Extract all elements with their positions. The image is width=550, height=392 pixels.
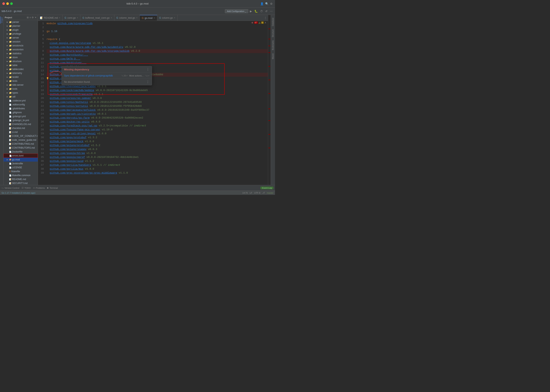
close-button[interactable] xyxy=(2,2,5,5)
search-icon[interactable]: 🔍 xyxy=(265,2,269,5)
sidebar-item-ci[interactable]: ▶ 📝 ci.md xyxy=(4,130,38,134)
right-tab-maven[interactable]: Maven xyxy=(272,52,274,60)
version-control-tab[interactable]: ↑↓ Version Control xyxy=(2,187,19,189)
sidebar-item-makefile-common[interactable]: ▶ 📄 Makefile.common xyxy=(4,173,38,177)
sidebar-item-checklist[interactable]: ▶ 📝 checklist.md xyxy=(4,126,38,130)
sidebar-close-icon[interactable]: ✕ xyxy=(35,16,36,19)
sidebar-item-codecov[interactable]: ▶ 📄 .codecov.yml xyxy=(4,99,38,103)
go-version-label[interactable]: Go 1.17.7 Installed (3 minutes ago) xyxy=(2,192,35,194)
profile-button[interactable]: ⏱ xyxy=(259,9,264,13)
sidebar-item-golangci-br[interactable]: ▶ 📄 .golangci_br.yml xyxy=(4,118,38,122)
right-tab-database[interactable]: Database xyxy=(272,16,274,27)
sidebar-item-types[interactable]: ▶ 📁 types xyxy=(4,91,38,95)
tab-close-button[interactable]: ✕ xyxy=(174,17,175,19)
sidebar-item-tests[interactable]: ▶ 📁 tests xyxy=(4,79,38,83)
encoding-indicator[interactable]: UTF-8 xyxy=(254,192,260,194)
sidebar-item-jenkinsfile[interactable]: ▶ 📄 Jenkinsfile xyxy=(4,161,38,166)
left-strip-project[interactable]: Project xyxy=(0,16,3,24)
sidebar-item-tools[interactable]: ▶ 📁 tools xyxy=(4,87,38,91)
window-controls[interactable] xyxy=(2,2,13,5)
popup-sync-link[interactable]: Sync dependencies of github.com/pingcap/… xyxy=(64,74,113,77)
tab-buffered-read-conn[interactable]: G buffered_read_conn.go ✕ xyxy=(80,15,114,21)
sidebar-item-util[interactable]: ▶ 📁 util xyxy=(4,95,38,99)
sidebar-item-go-mod[interactable]: ▶ 📦 go.mod xyxy=(4,158,38,161)
sidebar-item-errors-toml[interactable]: ▶ 📄 errors.toml xyxy=(4,154,38,158)
tab-close-button[interactable]: ✕ xyxy=(59,17,60,19)
line-col-indicator[interactable]: 14:70 xyxy=(242,192,248,194)
popup-no-doc-options-icon[interactable]: ⋮ xyxy=(146,80,149,84)
event-log-button[interactable]: Event Log xyxy=(260,187,273,189)
sidebar-item-tablecodec[interactable]: ▶ 📁 tablecodec xyxy=(4,67,38,71)
sidebar-item-security[interactable]: ▶ 📝 SECURITY.md xyxy=(4,181,38,185)
maximize-button[interactable] xyxy=(10,2,13,5)
tab-conn-go[interactable]: G conn.go ✕ xyxy=(63,15,80,21)
tab-column-go[interactable]: G column.go ✕ xyxy=(157,15,178,21)
sidebar-item-plugin[interactable]: ▶ 📁 plugin xyxy=(4,28,38,32)
debug-button[interactable]: 🐛 xyxy=(254,9,258,13)
sidebar-expand-icon[interactable]: ⊞ xyxy=(27,16,29,19)
tab-close-button[interactable]: ✕ xyxy=(111,17,112,19)
code-editor[interactable]: ⊗ 87 △ 6 ∧ 1 2 3 4 5 6 7 8 9 10 xyxy=(38,21,268,185)
tab-close-button[interactable]: ✕ xyxy=(136,17,138,19)
settings-icon[interactable]: ⚙ xyxy=(270,2,273,5)
popup-more-actions-link[interactable]: More actions... xyxy=(129,75,144,77)
popup-more-options-icon[interactable]: ⋮ xyxy=(146,68,149,71)
sidebar-item-readme[interactable]: ▶ 📝 README.md xyxy=(4,177,38,181)
sidebar-item-code-review[interactable]: ▶ 📝 code_review_guide.md xyxy=(4,138,38,142)
sidebar-item-gitattributes[interactable]: ▶ 📄 .gitattributes xyxy=(4,106,38,111)
collapse-button[interactable]: ∧ xyxy=(265,21,266,24)
sidebar-controls[interactable]: ⊞ ≡ ⚙ ✕ xyxy=(27,16,36,19)
sidebar-item-makefile[interactable]: ▶ M Makefile xyxy=(4,169,38,173)
user-icon[interactable]: 👤 xyxy=(260,2,264,5)
todo-tab[interactable]: ☑ TODO xyxy=(22,187,31,189)
sidebar-item-privilege[interactable]: ▶ 📁 privilege xyxy=(4,32,38,36)
more-button[interactable]: ⋯ xyxy=(269,9,273,13)
run-button[interactable]: ▶ xyxy=(249,9,253,13)
sidebar-item-code-of-conduct[interactable]: ▶ 📝 CODE_OF_CONDUCT.md xyxy=(4,134,38,138)
sidebar-item-label: Jenkinsfile xyxy=(12,162,23,165)
sidebar-item-sessiontxn[interactable]: ▶ 📁 sessiontxn xyxy=(4,48,38,51)
breadcrumb-file[interactable]: go.mod xyxy=(14,10,22,13)
problems-tab[interactable]: ⚠ Problems xyxy=(33,187,45,189)
sidebar-item-testkit[interactable]: ▶ 📁 testkit xyxy=(4,75,38,79)
sidebar-item-golangci[interactable]: ▶ 📄 .golangci.yml xyxy=(4,114,38,118)
sidebar-item-contributors[interactable]: ▶ 📝 CONTRIBUTORS.md xyxy=(4,146,38,150)
tab-close-button[interactable]: ✕ xyxy=(77,17,78,19)
quick-fix-bulb[interactable]: 💡 xyxy=(46,77,49,80)
sidebar-item-license[interactable]: ▶ 📄 LICENSE xyxy=(4,166,38,169)
line-sep-indicator[interactable]: LF xyxy=(250,192,252,194)
sidebar-item-label: CHANGELOG.md xyxy=(12,123,31,126)
tab-go-mod[interactable]: G go.mod ✕ xyxy=(140,15,157,21)
sidebar-item-sessionctx[interactable]: ▶ 📁 sessionctx xyxy=(4,44,38,48)
sidebar-item-store[interactable]: ▶ 📁 store xyxy=(4,56,38,59)
sidebar-item-server[interactable]: ▶ 📁 server xyxy=(4,36,38,40)
file-icon: 📄 xyxy=(9,100,11,102)
sidebar-item-parser[interactable]: ▶ 📁 parser xyxy=(4,20,38,24)
branch-info[interactable]: master xyxy=(267,192,273,194)
minimize-button[interactable] xyxy=(6,2,9,5)
sidebar-item-editorconfig[interactable]: ▶ 📄 .editorconfig xyxy=(4,103,38,106)
tab-readme[interactable]: 📝 README.md ✕ xyxy=(38,15,63,21)
right-tab-structure[interactable]: Structure xyxy=(272,28,274,39)
reload-button[interactable]: ↺ xyxy=(265,9,268,13)
sidebar-item-structure[interactable]: ▶ 📁 structure xyxy=(4,59,38,63)
sidebar-item-planner[interactable]: ▶ 📁 planner xyxy=(4,24,38,28)
sidebar-item-session[interactable]: ▶ 📁 session xyxy=(4,40,38,44)
sidebar-item-gitignore[interactable]: ▶ 📄 .gitignore xyxy=(4,111,38,114)
sidebar-item-contributing[interactable]: ▶ 📝 CONTRIBUTING.md xyxy=(4,142,38,146)
tab-overflow-icon[interactable]: ⋮ xyxy=(264,16,267,20)
tab-column-test[interactable]: G column_test.go ✕ xyxy=(114,15,140,21)
sidebar-settings-icon[interactable]: ⚙ xyxy=(32,16,34,19)
sidebar-item-table[interactable]: ▶ 📁 table xyxy=(4,63,38,67)
sidebar-item-statistics[interactable]: ▶ 📁 statistics xyxy=(4,51,38,56)
terminal-tab[interactable]: ▶ Terminal xyxy=(47,187,58,189)
sidebar-item-dockerfile[interactable]: ▶ 📄 Dockerfile xyxy=(4,150,38,154)
right-tab-bookmarks[interactable]: Bookmarks xyxy=(272,39,274,51)
sidebar-item-telemetry[interactable]: ▶ 📁 telemetry xyxy=(4,71,38,75)
add-configuration-button[interactable]: Add Configuration _ xyxy=(225,9,248,13)
breadcrumb-root[interactable]: tidb-5.4.0 xyxy=(2,10,11,13)
sidebar-item-changelog[interactable]: ▶ 📝 CHANGELOG.md xyxy=(4,122,38,126)
sidebar-item-tidb-server[interactable]: ▶ 📁 tidb-server xyxy=(4,83,38,87)
tab-close-button[interactable]: ✕ xyxy=(153,17,155,19)
sidebar-sort-icon[interactable]: ≡ xyxy=(29,16,31,19)
